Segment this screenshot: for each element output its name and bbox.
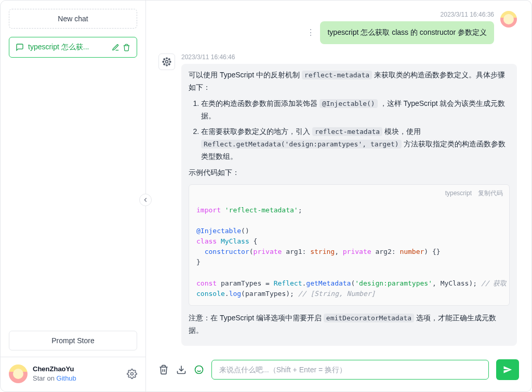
list-item: 在需要获取参数定义的地方，引入 reflect-metadata 模块，使用 R… (201, 126, 510, 163)
collapse-sidebar-button[interactable] (139, 194, 152, 206)
code-block: typescript 复制代码 import 'reflect-metadata… (189, 184, 510, 306)
chat-bubble-icon (16, 43, 24, 51)
sidebar: New chat typescript 怎么获... Prompt Store … (1, 1, 146, 391)
svg-point-6 (164, 59, 165, 60)
send-button[interactable] (496, 359, 519, 380)
input-bar (146, 352, 531, 391)
svg-point-0 (131, 373, 134, 375)
svg-point-7 (169, 59, 170, 60)
clear-chat-icon[interactable] (158, 364, 169, 375)
gear-icon[interactable] (127, 369, 137, 379)
conversation-item[interactable]: typescript 怎么获... (9, 37, 137, 58)
code-content: import 'reflect-metadata'; @Injectable()… (189, 202, 509, 305)
sidebar-footer: ChenZhaoYu Star on Github (1, 357, 145, 383)
chat-main: 2023/3/11 16:46:36 ⋮ typescript 怎么获取 cla… (146, 1, 531, 391)
message-menu-icon[interactable]: ⋮ (304, 28, 317, 37)
assistant-bubble: 可以使用 TypeScript 中的反射机制 reflect-metadata … (181, 64, 517, 346)
svg-point-1 (166, 60, 168, 63)
avatar (9, 364, 28, 383)
svg-point-13 (195, 366, 203, 374)
user-name: ChenZhaoYu (33, 364, 122, 374)
edit-icon[interactable] (112, 44, 119, 51)
message-timestamp: 2023/3/11 16:46:46 (181, 53, 517, 61)
copy-code-button[interactable]: 复制代码 (478, 188, 503, 198)
list-item: 在类的构造函数参数前面添加装饰器 @Injectable() ，这样 TypeS… (201, 98, 510, 123)
svg-point-5 (169, 61, 171, 63)
user-avatar (500, 11, 517, 28)
export-icon[interactable] (176, 364, 187, 375)
assistant-avatar (158, 53, 175, 70)
svg-point-2 (166, 58, 168, 59)
delete-icon[interactable] (123, 44, 130, 51)
message-timestamp: 2023/3/11 16:46:36 (441, 11, 494, 18)
message-input[interactable] (211, 360, 489, 380)
user-message: 2023/3/11 16:46:36 ⋮ typescript 怎么获取 cla… (158, 11, 517, 44)
svg-point-4 (163, 61, 164, 63)
prompt-store-button[interactable]: Prompt Store (9, 331, 137, 350)
svg-point-9 (169, 63, 170, 65)
user-subtitle: Star on Github (33, 374, 122, 383)
github-link[interactable]: Github (57, 374, 76, 382)
svg-point-3 (166, 64, 168, 66)
code-language-label: typescript (445, 188, 472, 198)
whatsapp-icon[interactable] (194, 364, 204, 375)
assistant-message: 2023/3/11 16:46:46 可以使用 TypeScript 中的反射机… (158, 53, 517, 346)
conversation-title: typescript 怎么获... (28, 43, 108, 52)
svg-point-8 (164, 63, 165, 65)
new-chat-button[interactable]: New chat (9, 9, 137, 29)
user-bubble: typescript 怎么获取 class 的 constructor 参数定义 (320, 21, 494, 44)
